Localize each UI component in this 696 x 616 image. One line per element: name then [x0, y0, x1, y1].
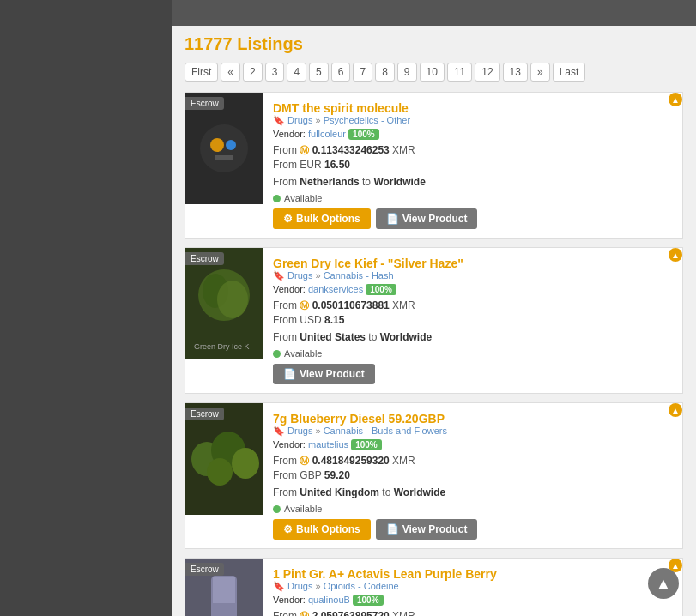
page-10[interactable]: 10 [420, 63, 445, 82]
listing-title[interactable]: 7g Blueberry Diesel 59.20GBP [273, 412, 445, 426]
listing-title[interactable]: Green Dry Ice Kief - "Silver Haze" [273, 257, 463, 270]
listing-info: 1 Pint Gr. A+ Actavis Lean Purple Berry … [263, 559, 682, 616]
page-next[interactable]: » [530, 63, 550, 82]
price-xmr: 0.481849259320 [312, 455, 390, 467]
from-country: United States [300, 331, 366, 343]
to-region: Worldwide [380, 331, 432, 343]
from-country: United Kingdom [300, 486, 379, 498]
svg-rect-3 [215, 155, 233, 160]
price-xmr-line: From Ⓜ 0.113433246253 XMR [273, 144, 672, 157]
page-12[interactable]: 12 [475, 63, 499, 82]
svg-rect-16 [213, 577, 235, 603]
page-13[interactable]: 13 [503, 63, 528, 82]
listings-header: 11777 Listings [185, 34, 683, 54]
price-xmr: 2.059763895720 [312, 610, 390, 616]
stock-dot [273, 505, 281, 513]
svg-point-13 [207, 458, 233, 486]
stock-status: Available [284, 348, 322, 359]
listing-card: Escrow 7g Blueberry Diesel 59.20GBP 🔖 Dr… [185, 402, 683, 549]
price-alt: 8.15 [324, 314, 344, 326]
category-line: 🔖 Drugs » Cannabis - Buds and Flowers [273, 426, 672, 437]
page-first[interactable]: First [185, 63, 218, 82]
listings-title: Listings [237, 34, 303, 53]
trust-badge: 100% [348, 129, 379, 140]
category-link[interactable]: Drugs [287, 426, 312, 436]
from-to-line: From Netherlands to Worldwide [273, 176, 672, 188]
page-9[interactable]: 9 [397, 63, 417, 82]
page-4[interactable]: 4 [287, 63, 306, 82]
vendor-line: Vendor: dankservices 100% [273, 284, 672, 295]
category-line: 🔖 Drugs » Opioids - Codeine [273, 581, 672, 592]
vendor-line: Vendor: qualinouB 100% [273, 595, 672, 606]
listing-title[interactable]: 1 Pint Gr. A+ Actavis Lean Purple Berry [273, 567, 497, 581]
price-alt-line: From EUR 16.50 [273, 159, 672, 171]
vendor-link[interactable]: qualinouB [308, 595, 350, 605]
scroll-to-top-button[interactable]: ▲ [648, 568, 679, 599]
vendor-link[interactable]: dankservices [308, 284, 363, 294]
vendor-line: Vendor: fullcoleur 100% [273, 129, 672, 140]
stock-status: Available [284, 193, 322, 203]
subcategory-link[interactable]: Opioids - Codeine [324, 581, 399, 591]
listing-image-wrap: Escrow [185, 93, 263, 238]
page-6[interactable]: 6 [331, 63, 351, 82]
category-link[interactable]: Drugs [287, 581, 312, 591]
escrow-badge: Escrow [185, 563, 224, 576]
subcategory-link[interactable]: Cannabis - Buds and Flowers [324, 426, 447, 436]
price-xmr-line: From Ⓜ 0.050110673881 XMR [273, 299, 672, 312]
monero-icon: Ⓜ [300, 611, 309, 616]
view-product-button[interactable]: 📄 View Product [273, 364, 375, 384]
page-3[interactable]: 3 [265, 63, 285, 82]
listing-title[interactable]: DMT the spirit molecule [273, 101, 409, 115]
page-last[interactable]: Last [553, 63, 586, 82]
svg-text:Green Dry Ice K: Green Dry Ice K [194, 342, 250, 351]
from-to-line: From United Kingdom to Worldwide [273, 486, 672, 498]
listings-count: 11777 [185, 34, 233, 53]
price-alt-line: From USD 8.15 [273, 314, 672, 326]
category-link[interactable]: Drugs [287, 115, 312, 125]
stock-line: Available [273, 348, 672, 359]
trust-badge: 100% [366, 284, 396, 295]
svg-point-2 [226, 140, 236, 150]
listing-card: Escrow DMT the spirit molecule 🔖 Drugs »… [185, 92, 683, 239]
bulk-options-button[interactable]: ⚙ Bulk Options [273, 519, 371, 540]
vendor-line: Vendor: mautelius 100% [273, 439, 672, 450]
sidebar [0, 0, 172, 616]
page-2[interactable]: 2 [243, 63, 263, 82]
corner-badge: ▲ [669, 403, 682, 417]
price-alt: 16.50 [324, 159, 350, 171]
main-content: 11777 Listings First « 2 3 4 5 6 7 8 9 1… [172, 26, 696, 616]
escrow-badge: Escrow [185, 252, 224, 265]
listing-image-wrap: Escrow [185, 403, 263, 548]
corner-badge: ▲ [669, 248, 682, 262]
to-region: Worldwide [394, 486, 445, 498]
listing-info: Green Dry Ice Kief - "Silver Haze" 🔖 Dru… [263, 248, 682, 393]
dmt-image-svg [198, 123, 250, 174]
corner-badge: ▲ [669, 93, 682, 106]
page-8[interactable]: 8 [375, 63, 395, 82]
listing-card: Green Dry Ice K Escrow Green Dry Ice Kie… [185, 247, 683, 394]
vendor-link[interactable]: mautelius [308, 439, 348, 450]
vendor-link[interactable]: fullcoleur [308, 129, 346, 139]
listing-info: 7g Blueberry Diesel 59.20GBP 🔖 Drugs » C… [263, 403, 682, 548]
category-link[interactable]: Drugs [287, 270, 312, 281]
view-product-button[interactable]: 📄 View Product [376, 208, 478, 229]
svg-point-8 [217, 281, 248, 318]
svg-point-12 [232, 448, 259, 479]
monero-icon: Ⓜ [300, 300, 309, 311]
page-prev[interactable]: « [221, 63, 240, 82]
view-product-button[interactable]: 📄 View Product [376, 519, 478, 540]
from-to-line: From United States to Worldwide [273, 331, 672, 343]
bulk-options-button[interactable]: ⚙ Bulk Options [273, 208, 371, 229]
stock-dot [273, 195, 281, 202]
trust-badge: 100% [353, 595, 384, 606]
page-5[interactable]: 5 [309, 63, 329, 82]
category-line: 🔖 Drugs » Cannabis - Hash [273, 270, 672, 281]
subcategory-link[interactable]: Psychedelics - Other [324, 115, 410, 125]
page-11[interactable]: 11 [447, 63, 472, 82]
to-region: Worldwide [373, 176, 425, 188]
action-buttons: 📄 View Product [273, 364, 672, 384]
subcategory-link[interactable]: Cannabis - Hash [324, 270, 394, 281]
from-country: Netherlands [300, 176, 359, 188]
page-7[interactable]: 7 [353, 63, 372, 82]
price-xmr: 0.113433246253 [312, 144, 390, 156]
